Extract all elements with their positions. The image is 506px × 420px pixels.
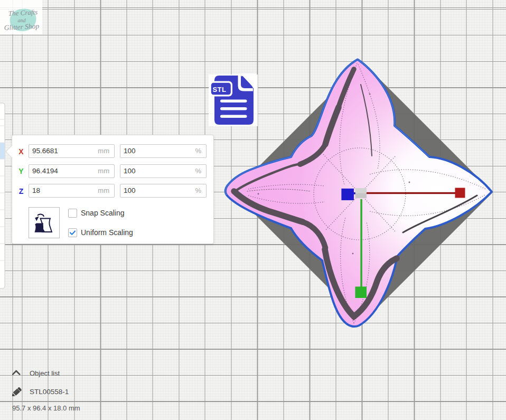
svg-text:The Crafts: The Crafts	[8, 8, 38, 17]
svg-text:STL: STL	[213, 86, 227, 94]
